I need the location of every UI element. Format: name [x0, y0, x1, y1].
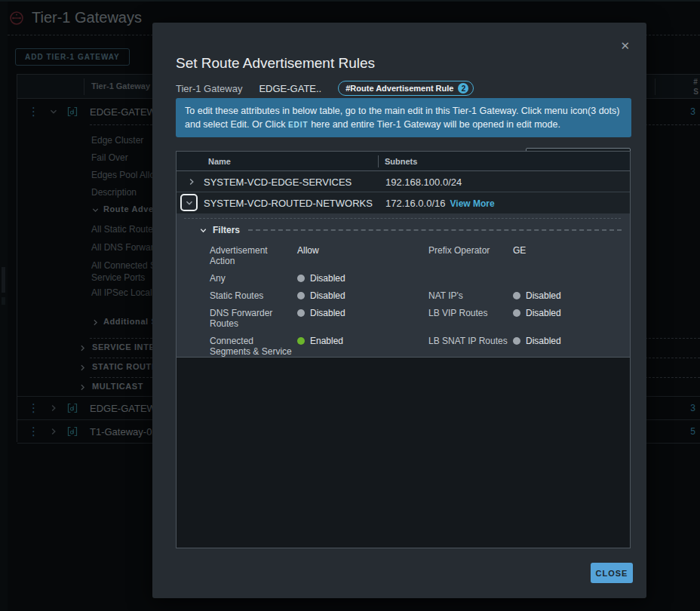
- rules-table-header: Name Subnets: [177, 152, 630, 171]
- route-advertisement-rule-pill[interactable]: #Route Advertisement Rule 2: [338, 81, 474, 96]
- close-icon[interactable]: ✕: [620, 39, 630, 53]
- close-button[interactable]: CLOSE: [591, 563, 633, 583]
- rule-subnets: 172.16.0.0/16View More: [385, 198, 495, 209]
- breadcrumb-gateway-name: EDGE-GATE..: [259, 83, 321, 94]
- rule-row-routed-networks[interactable]: SYSTEM-VCD-ROUTED-NETWORKS 172.16.0.0/16…: [177, 192, 630, 213]
- filter-label: Any: [210, 273, 297, 284]
- set-route-advertisement-rules-dialog: Set Route Advertisement Rules ✕ Tier-1 G…: [152, 23, 646, 598]
- filter-label: Prefix Operator: [428, 245, 513, 256]
- banner-text: here and entire Tier-1 Gateway will be o…: [311, 119, 560, 130]
- filter-value: Allow: [297, 245, 428, 256]
- filter-label: Advertisement Action: [210, 245, 297, 266]
- rule-name: SYSTEM-VCD-ROUTED-NETWORKS: [204, 198, 373, 209]
- column-divider: [378, 155, 379, 167]
- status-dot-disabled: [297, 292, 305, 299]
- breadcrumb-tier1-gateway: Tier-1 Gateway: [176, 83, 242, 94]
- status-dot-disabled: [513, 292, 520, 299]
- filter-value: Enabled: [297, 336, 428, 346]
- filter-value: Disabled: [513, 336, 626, 346]
- filters-divider: [248, 229, 622, 231]
- chevron-down-icon: [199, 226, 207, 235]
- pill-label: #Route Advertisement Rule: [345, 84, 453, 93]
- view-more-link[interactable]: View More: [450, 198, 495, 209]
- filters-header[interactable]: Filters: [199, 225, 622, 235]
- rule-count-badge: 2: [458, 83, 468, 94]
- panel-divider: [184, 218, 621, 219]
- filter-label: DNS Forwarder Routes: [210, 308, 297, 329]
- filter-value: Disabled: [513, 308, 626, 318]
- status-dot-disabled: [513, 309, 520, 317]
- chevron-right-icon[interactable]: [187, 177, 196, 186]
- table-empty-area: [177, 357, 630, 548]
- status-dot-disabled: [297, 309, 305, 317]
- filters-title: Filters: [213, 225, 240, 235]
- status-dot-disabled: [297, 275, 305, 282]
- rule-row-edge-services[interactable]: SYSTEM-VCD-EDGE-SERVICES 192.168.100.0/2…: [177, 171, 630, 192]
- rules-table: Name Subnets SYSTEM-VCD-EDGE-SERVICES 19…: [176, 151, 631, 548]
- rule-name: SYSTEM-VCD-EDGE-SERVICES: [204, 176, 352, 187]
- rule-details-panel: Filters Advertisement Action Allow Prefi…: [177, 213, 630, 357]
- filter-value: Disabled: [297, 273, 428, 284]
- info-banner: To edit these attributes in below table,…: [176, 98, 631, 137]
- breadcrumb: Tier-1 Gateway EDGE-GATE.. #Route Advert…: [176, 81, 474, 96]
- filter-label: Static Routes: [210, 290, 297, 301]
- filter-value: Disabled: [297, 308, 428, 318]
- filter-label: LB VIP Routes: [428, 308, 513, 318]
- status-dot-disabled: [513, 337, 520, 345]
- dialog-title: Set Route Advertisement Rules: [176, 55, 375, 72]
- filter-value: GE: [513, 245, 626, 256]
- collapse-row-button[interactable]: [180, 194, 198, 211]
- filter-value: Disabled: [297, 290, 428, 301]
- rule-subnets: 192.168.100.0/24: [385, 176, 462, 187]
- column-header-name[interactable]: Name: [208, 157, 231, 166]
- edit-link[interactable]: EDIT: [288, 121, 309, 129]
- filter-label: NAT IP's: [428, 290, 513, 301]
- column-header-subnets[interactable]: Subnets: [385, 157, 417, 166]
- filter-label: LB SNAT IP Routes: [428, 336, 513, 346]
- status-dot-enabled: [297, 337, 305, 345]
- filter-value: Disabled: [513, 290, 626, 301]
